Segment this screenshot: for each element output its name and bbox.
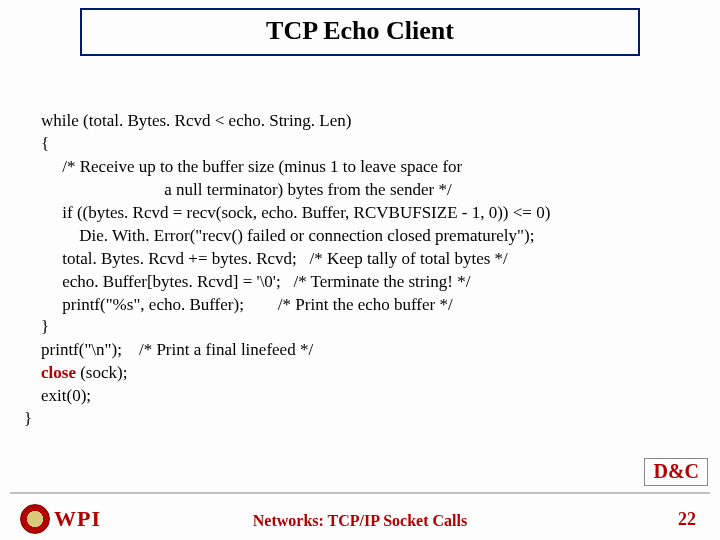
code-line: if ((bytes. Rcvd = recv(sock, echo. Buff… bbox=[24, 202, 704, 225]
dc-badge: D&C bbox=[644, 458, 708, 486]
code-block: while (total. Bytes. Rcvd < echo. String… bbox=[24, 110, 704, 431]
code-rest: (sock); bbox=[76, 363, 127, 382]
code-line: } bbox=[24, 316, 704, 339]
code-line: Die. With. Error("recv() failed or conne… bbox=[24, 225, 704, 248]
title-box: TCP Echo Client bbox=[80, 8, 640, 56]
code-line: total. Bytes. Rcvd += bytes. Rcvd; /* Ke… bbox=[24, 248, 704, 271]
footer-title: Networks: TCP/IP Socket Calls bbox=[0, 512, 720, 530]
code-line: { bbox=[24, 133, 704, 156]
code-line: close (sock); bbox=[24, 362, 704, 385]
code-line: while (total. Bytes. Rcvd < echo. String… bbox=[24, 110, 704, 133]
code-line: a null terminator) bytes from the sender… bbox=[24, 179, 704, 202]
code-indent bbox=[24, 363, 41, 382]
footer: WPI Networks: TCP/IP Socket Calls 22 bbox=[0, 492, 720, 540]
code-line: echo. Buffer[bytes. Rcvd] = '\0'; /* Ter… bbox=[24, 271, 704, 294]
footer-divider bbox=[10, 492, 710, 494]
code-line: printf("\n"); /* Print a final linefeed … bbox=[24, 339, 704, 362]
code-line: } bbox=[24, 408, 704, 431]
page-number: 22 bbox=[678, 509, 696, 530]
dc-badge-text: D&C bbox=[653, 460, 699, 482]
code-line: printf("%s", echo. Buffer); /* Print the… bbox=[24, 294, 704, 317]
code-line: exit(0); bbox=[24, 385, 704, 408]
keyword-close: close bbox=[41, 363, 76, 382]
slide-title: TCP Echo Client bbox=[266, 16, 454, 45]
code-line: /* Receive up to the buffer size (minus … bbox=[24, 156, 704, 179]
